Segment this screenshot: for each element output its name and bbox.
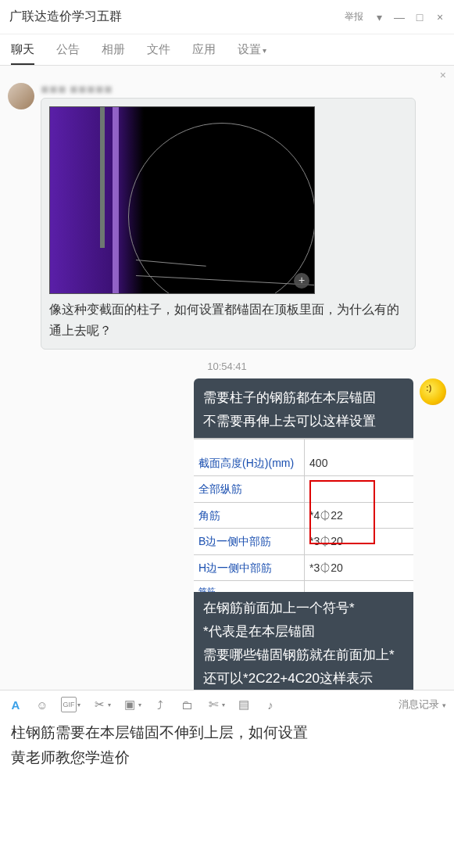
message-text: 在钢筋前面加上一个符号*: [203, 597, 404, 620]
message-text: 不需要再伸上去可以这样设置: [203, 410, 404, 433]
close-panel-icon[interactable]: ×: [440, 69, 446, 81]
window-controls: 举报 ▾ — □ ×: [345, 8, 449, 27]
message-input[interactable]: 柱钢筋需要在本层锚固不伸到上层，如何设置 黄老师教您学造价: [0, 719, 454, 779]
message-bubble: 需要柱子的钢筋都在本层锚固 不需要再伸上去可以这样设置 截面高度(H边)(mm)…: [194, 378, 413, 690]
avatar[interactable]: [420, 378, 446, 405]
table-row: B边一侧中部筋 *3⏀20: [194, 529, 413, 555]
folder-icon[interactable]: 🗀: [179, 697, 195, 712]
message-row: ◼◼◼ ◼◼◼◼◼ + 像这种变截面的柱子，如何设置都锚固在顶板里面，为什么有的…: [8, 83, 446, 350]
gif-icon[interactable]: GIF: [61, 697, 77, 712]
chevron-down-icon: ▾: [263, 46, 266, 55]
chevron-down-icon[interactable]: ▾: [108, 701, 111, 708]
image-icon[interactable]: ▣: [122, 697, 138, 712]
message-text: *代表是在本层锚固: [203, 620, 404, 644]
chat-area: × ◼◼◼ ◼◼◼◼◼ + 像这种变截面的柱子，如何设置都锚固在顶板里面，为什么…: [0, 66, 454, 690]
upload-icon[interactable]: ⤴: [152, 697, 168, 712]
music-icon[interactable]: ♪: [263, 697, 278, 712]
message-text: 需要哪些锚固钢筋就在前面加上*: [203, 644, 404, 667]
chevron-down-icon: ▾: [442, 701, 446, 709]
minimize-button[interactable]: —: [390, 8, 409, 27]
tab-settings[interactable]: 设置▾: [238, 42, 266, 65]
rebar-table: 截面高度(H边)(mm) 400 全部纵筋 角筋 *4⏀22 B边一侧中部筋 *…: [194, 438, 413, 593]
clipboard-icon[interactable]: ▤: [236, 697, 252, 712]
timestamp: 10:54:41: [8, 360, 446, 372]
table-row: 全部纵筋: [194, 476, 413, 503]
tab-chat[interactable]: 聊天: [11, 42, 34, 65]
window-title: 广联达造价学习五群: [9, 9, 122, 25]
tab-announcement[interactable]: 公告: [56, 42, 80, 65]
message-row: 需要柱子的钢筋都在本层锚固 不需要再伸上去可以这样设置 截面高度(H边)(mm)…: [8, 378, 446, 690]
tab-bar: 聊天 公告 相册 文件 应用 设置▾: [0, 34, 454, 66]
font-icon[interactable]: A: [8, 697, 23, 712]
report-link[interactable]: 举报: [345, 10, 363, 23]
table-row: H边一侧中部筋 *3⏀20: [194, 555, 413, 582]
message-bubble: + 像这种变截面的柱子，如何设置都锚固在顶板里面，为什么有的通上去呢？: [41, 98, 416, 350]
message-text: 需要柱子的钢筋都在本层锚固: [203, 386, 404, 410]
composer-toolbar: A ☺ GIF▾ ✂▾ ▣▾ ⤴ 🗀 ✄▾ ▤ ♪ 消息记录 ▾: [0, 690, 454, 719]
table-row: 截面高度(H边)(mm) 400: [194, 450, 413, 477]
message-text: 像这种变截面的柱子，如何设置都锚固在顶板里面，为什么有的通上去呢？: [49, 303, 399, 337]
cut-icon[interactable]: ✄: [206, 697, 221, 712]
close-button[interactable]: ×: [431, 8, 449, 27]
attached-image[interactable]: +: [49, 106, 315, 294]
chevron-down-icon[interactable]: ▾: [138, 701, 141, 708]
table-row: 角筋 *4⏀22: [194, 503, 413, 529]
title-bar: 广联达造价学习五群 举报 ▾ — □ ×: [0, 0, 454, 34]
maximize-button[interactable]: □: [410, 8, 429, 27]
tab-apps[interactable]: 应用: [192, 42, 216, 65]
dropdown-icon[interactable]: ▾: [370, 8, 388, 27]
sender-name: ◼◼◼ ◼◼◼◼◼: [41, 83, 416, 95]
tab-album[interactable]: 相册: [102, 42, 125, 65]
screenshot-icon[interactable]: ✂: [91, 697, 107, 712]
chevron-down-icon[interactable]: ▾: [222, 701, 225, 708]
emoji-icon[interactable]: ☺: [34, 697, 50, 712]
avatar[interactable]: [8, 83, 34, 109]
history-link[interactable]: 消息记录 ▾: [399, 698, 446, 712]
chevron-down-icon[interactable]: ▾: [77, 701, 80, 708]
composer: A ☺ GIF▾ ✂▾ ▣▾ ⤴ 🗀 ✄▾ ▤ ♪ 消息记录 ▾ 柱钢筋需要在本…: [0, 690, 454, 779]
message-text: 还可以*2C22+4C20这样表示: [203, 667, 404, 690]
tab-files[interactable]: 文件: [147, 42, 170, 65]
zoom-icon[interactable]: +: [294, 273, 309, 289]
